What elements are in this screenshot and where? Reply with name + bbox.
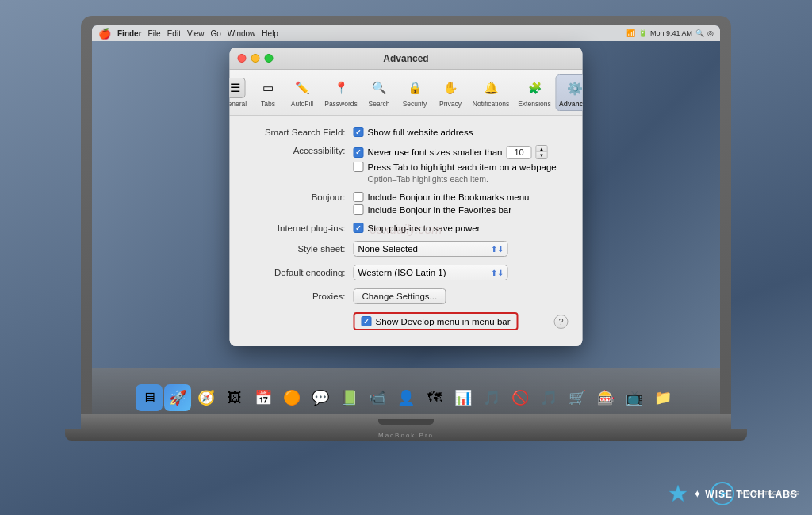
stepper-down[interactable]: ▼ xyxy=(537,152,547,158)
dock-launchpad[interactable]: 🚀 xyxy=(164,384,191,411)
dock-facetime[interactable]: 📹 xyxy=(364,384,391,411)
encoding-select[interactable]: Western (ISO Latin 1) ⬆⬇ xyxy=(354,265,508,280)
toolbar-tabs[interactable]: ▭ Tabs xyxy=(252,74,284,111)
menu-view[interactable]: View xyxy=(187,29,205,38)
dock-messages[interactable]: 💬 xyxy=(307,384,334,411)
minimize-button[interactable] xyxy=(251,54,260,63)
passwords-icon: 📍 xyxy=(331,78,351,98)
menu-help[interactable]: Help xyxy=(262,29,278,38)
dock-calendar[interactable]: 📅 xyxy=(250,384,277,411)
menu-go[interactable]: Go xyxy=(210,29,220,38)
dock-files[interactable]: 📁 xyxy=(649,384,676,411)
extensions-label: Extensions xyxy=(518,100,551,108)
bonjour-bookmarks-checkbox[interactable] xyxy=(354,192,364,202)
change-settings-button[interactable]: Change Settings... xyxy=(354,288,446,304)
prefs-content: osxdaily.com Smart Search Field: ✓ Show … xyxy=(230,116,583,346)
search-icon-menu[interactable]: 🔍 xyxy=(695,29,704,37)
toolbar-autofill[interactable]: ✏️ AutoFill xyxy=(284,74,320,111)
tab-highlight-subtext: Option–Tab highlights each item. xyxy=(368,174,557,184)
toolbar-search[interactable]: 🔍 Search xyxy=(362,74,396,111)
plugins-controls: ✓ Stop plug-ins to save power xyxy=(354,223,481,233)
toolbar-privacy[interactable]: ✋ Privacy xyxy=(433,74,468,111)
general-icon: ☰ xyxy=(230,78,246,98)
prefs-toolbar: ☰ General ▭ Tabs ✏️ AutoFill xyxy=(230,70,583,116)
dock: 🖥 🚀 🧭 🖼 📅 🟠 💬 📗 📹 👤 🗺 📊 🎵 🚫 xyxy=(92,368,720,414)
autofill-label: AutoFill xyxy=(291,100,313,108)
toolbar-extensions[interactable]: 🧩 Extensions xyxy=(514,74,555,111)
dock-contacts[interactable]: 👤 xyxy=(393,384,419,411)
proxies-controls: Change Settings... xyxy=(354,288,446,304)
bonjour-bookmarks-text: Include Bonjour in the Bookmarks menu xyxy=(368,193,530,202)
show-address-checkbox[interactable]: ✓ xyxy=(354,127,364,137)
smart-search-label: Smart Search Field: xyxy=(244,128,354,137)
dock-extra[interactable]: 🎰 xyxy=(592,384,619,411)
menu-window[interactable]: Window xyxy=(228,29,256,38)
maximize-button[interactable] xyxy=(265,54,274,63)
toolbar-notifications[interactable]: 🔔 Notifications xyxy=(468,74,514,111)
wifi-icon: 📶 xyxy=(626,29,635,37)
help-button[interactable]: ? xyxy=(554,315,569,329)
traffic-lights xyxy=(238,54,274,63)
laptop-bottom: MacBook Pro xyxy=(65,429,747,441)
notifications-label: Notifications xyxy=(473,100,509,108)
stylesheet-row: Style sheet: None Selected ⬆⬇ xyxy=(244,241,569,257)
tabs-label: Tabs xyxy=(261,100,275,108)
toolbar-advanced[interactable]: ⚙️ Advanced xyxy=(555,74,583,111)
font-size-row: ✓ Never use font sizes smaller than 10 ▲… xyxy=(354,145,557,159)
smart-search-row: Smart Search Field: ✓ Show full website … xyxy=(244,127,569,137)
toolbar-passwords[interactable]: 📍 Passwords xyxy=(320,74,362,111)
bonjour-label: Bonjour: xyxy=(244,192,354,202)
dock-books[interactable]: 📗 xyxy=(335,384,362,411)
close-button[interactable] xyxy=(238,54,247,63)
extensions-icon: 🧩 xyxy=(524,78,545,98)
dock-appstore[interactable]: 🛒 xyxy=(564,384,591,411)
font-size-stepper[interactable]: ▲ ▼ xyxy=(536,145,548,159)
brand-name: ✦ WISE TECH LABS xyxy=(693,486,798,501)
develop-checkbox[interactable]: ✓ xyxy=(362,316,372,326)
search-label: Search xyxy=(369,100,390,108)
accessibility-controls: ✓ Never use font sizes smaller than 10 ▲… xyxy=(354,145,557,184)
siri-icon[interactable]: ◎ xyxy=(707,29,714,37)
dock-itunes[interactable]: 🎵 xyxy=(478,384,505,411)
menu-file[interactable]: File xyxy=(148,29,161,38)
tab-highlight-checkbox[interactable] xyxy=(354,162,364,172)
privacy-label: Privacy xyxy=(439,100,462,108)
privacy-icon: ✋ xyxy=(440,78,461,98)
accessibility-row: Accessibility: ✓ Never use font sizes sm… xyxy=(244,145,569,184)
macos-menubar: 🍎 Finder File Edit View Go Window Help 📶… xyxy=(92,25,720,41)
plugins-checkbox[interactable]: ✓ xyxy=(354,223,364,233)
plugins-label: Internet plug-ins: xyxy=(244,223,354,233)
laptop-model-label: MacBook Pro xyxy=(378,432,434,439)
dock-reminders[interactable]: 🟠 xyxy=(278,384,305,411)
advanced-icon: ⚙️ xyxy=(565,78,583,98)
security-icon: 🔒 xyxy=(404,78,425,98)
menu-edit[interactable]: Edit xyxy=(167,29,181,38)
toolbar-general[interactable]: ☰ General xyxy=(230,74,253,111)
dock-restricted[interactable]: 🚫 xyxy=(507,384,534,411)
laptop-notch xyxy=(378,419,434,425)
advanced-label: Advanced xyxy=(559,100,583,108)
font-size-value[interactable]: 10 xyxy=(507,146,532,159)
dock-maps[interactable]: 🗺 xyxy=(421,384,448,411)
encoding-label: Default encoding: xyxy=(244,268,354,277)
toolbar-security[interactable]: 🔒 Security xyxy=(396,74,433,111)
apple-menu[interactable]: 🍎 xyxy=(98,28,111,40)
bonjour-controls: Include Bonjour in the Bookmarks menu In… xyxy=(354,192,530,215)
dock-tv[interactable]: 📺 xyxy=(621,384,648,411)
stylesheet-value: None Selected xyxy=(358,244,418,254)
font-size-text: Never use font sizes smaller than xyxy=(368,147,503,157)
encoding-value: Western (ISO Latin 1) xyxy=(358,268,446,277)
dock-finder[interactable]: 🖥 xyxy=(136,384,163,411)
search-icon-toolbar: 🔍 xyxy=(369,78,389,98)
encoding-row: Default encoding: Western (ISO Latin 1) … xyxy=(244,265,569,280)
font-size-checkbox[interactable]: ✓ xyxy=(354,147,364,158)
dock-safari[interactable]: 🧭 xyxy=(193,384,220,411)
stylesheet-select[interactable]: None Selected ⬆⬇ xyxy=(354,241,508,257)
dock-numbers[interactable]: 📊 xyxy=(450,384,477,411)
dock-photos[interactable]: 🖼 xyxy=(221,384,248,411)
menu-finder[interactable]: Finder xyxy=(117,29,142,38)
bonjour-favorites-row: Include Bonjour in the Favorites bar xyxy=(354,204,530,215)
stepper-up[interactable]: ▲ xyxy=(537,146,547,152)
dock-music[interactable]: 🎵 xyxy=(535,384,562,411)
bonjour-favorites-checkbox[interactable] xyxy=(354,204,364,215)
